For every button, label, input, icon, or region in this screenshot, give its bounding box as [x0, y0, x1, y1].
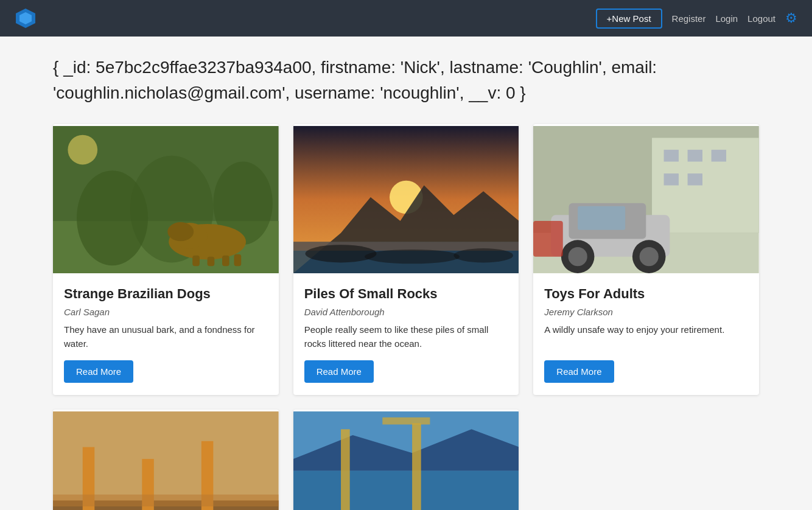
svg-rect-12 — [222, 256, 229, 267]
card-title-1: Strange Brazilian Dogs — [64, 286, 268, 302]
svg-rect-13 — [234, 254, 242, 267]
card-body-3: Toys For Adults Jeremy Clarkson A wildly… — [533, 275, 759, 395]
bottom-card-4 — [53, 410, 279, 510]
logout-link[interactable]: Logout — [747, 13, 775, 24]
card-excerpt-1: They have an unusual bark, and a fondnes… — [64, 323, 268, 351]
svg-rect-29 — [664, 173, 679, 186]
svg-rect-37 — [578, 206, 625, 230]
card-3: Toys For Adults Jeremy Clarkson A wildly… — [533, 124, 759, 395]
read-more-button-1[interactable]: Read More — [64, 360, 133, 383]
register-link[interactable]: Register — [672, 13, 706, 24]
card-body-1: Strange Brazilian Dogs Carl Sagan They h… — [53, 275, 279, 395]
svg-point-22 — [453, 248, 513, 262]
card-2: Piles Of Small Rocks David Attenborough … — [293, 124, 519, 395]
svg-point-21 — [365, 250, 460, 264]
card-author-2: David Attenborough — [304, 307, 508, 317]
svg-point-9 — [167, 222, 194, 241]
svg-rect-44 — [53, 495, 279, 507]
card-author-1: Carl Sagan — [64, 307, 268, 317]
beach-sunset-image — [293, 124, 519, 275]
card-1: Strange Brazilian Dogs Carl Sagan They h… — [53, 124, 279, 395]
card-body-2: Piles Of Small Rocks David Attenborough … — [293, 275, 519, 395]
svg-rect-48 — [341, 429, 350, 510]
navbar: +New Post Register Login Logout ⚙ — [0, 0, 812, 37]
bottom-cards-grid — [53, 410, 759, 510]
user-info-display: { _id: 5e7bc2c9ffae3237ba934a00, firstna… — [53, 55, 759, 106]
card-author-3: Jeremy Clarkson — [544, 307, 748, 317]
svg-point-34 — [569, 247, 587, 266]
bottom-card-5 — [293, 410, 519, 510]
svg-rect-46 — [293, 471, 519, 510]
svg-rect-10 — [192, 256, 200, 267]
svg-rect-50 — [382, 417, 430, 425]
svg-point-20 — [305, 245, 376, 262]
settings-icon[interactable]: ⚙ — [785, 10, 797, 26]
bottom-card-2 — [293, 410, 519, 510]
svg-rect-49 — [412, 424, 421, 510]
svg-rect-28 — [712, 150, 726, 162]
new-post-button[interactable]: +New Post — [596, 9, 662, 29]
read-more-button-3[interactable]: Read More — [544, 360, 614, 383]
svg-point-14 — [68, 135, 97, 165]
card-excerpt-2: People really seem to like these piles o… — [304, 323, 508, 351]
svg-rect-30 — [688, 173, 702, 186]
bottom-card-1 — [53, 410, 279, 510]
capybara-image — [53, 124, 279, 275]
card-excerpt-3: A wildly unsafe way to enjoy your retire… — [544, 323, 748, 337]
logo-icon — [15, 7, 37, 29]
svg-rect-11 — [208, 257, 215, 267]
read-more-button-2[interactable]: Read More — [304, 360, 374, 383]
svg-rect-27 — [688, 150, 702, 162]
svg-rect-38 — [533, 221, 563, 257]
svg-point-36 — [640, 247, 659, 266]
jeep-image — [533, 124, 759, 275]
card-title-2: Piles Of Small Rocks — [304, 286, 508, 302]
cards-grid: Strange Brazilian Dogs Carl Sagan They h… — [53, 124, 759, 395]
card-title-3: Toys For Adults — [544, 286, 748, 302]
svg-rect-26 — [664, 150, 679, 162]
navbar-right: +New Post Register Login Logout ⚙ — [596, 9, 797, 29]
navbar-left — [15, 7, 37, 29]
main-content: { _id: 5e7bc2c9ffae3237ba934a00, firstna… — [16, 37, 796, 510]
login-link[interactable]: Login — [715, 13, 738, 24]
